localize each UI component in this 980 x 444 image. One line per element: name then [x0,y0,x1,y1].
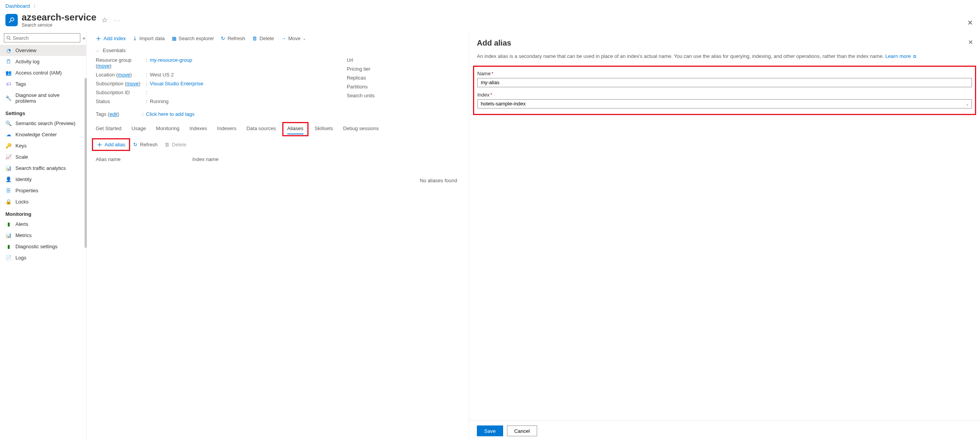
status-value: Running [150,98,168,104]
button-label: Delete [259,36,274,41]
tags-label: Tags [96,111,106,117]
tab-indexers[interactable]: Indexers [217,123,236,135]
cancel-button[interactable]: Cancel [507,425,537,436]
breadcrumb-dashboard[interactable]: Dashboard [5,3,30,9]
subscription-link[interactable]: Visual Studio Enterprise [150,81,203,86]
resource-group-link[interactable]: my-resource-group [150,57,192,69]
kv-label: Status [96,98,146,104]
overview-icon: ◔ [5,47,12,53]
close-blade-button[interactable]: ✕ [967,19,973,27]
nav-label: Tags [15,81,26,87]
favorite-star-icon[interactable]: ☆ [102,16,108,24]
properties-icon: ☰ [5,188,12,193]
more-icon[interactable]: ··· [114,17,120,23]
form-highlight: Name* Index* hotels-sample-index ⌄ [473,66,976,115]
chevron-down-icon: ⌄ [303,36,306,41]
move-button[interactable]: →Move⌄ [281,36,306,41]
nav-locks[interactable]: 🔒Locks [0,196,86,207]
tabs: Get Started Usage Monitoring Indexes Ind… [90,120,469,135]
kv-label: Url [347,57,397,63]
nav-overview[interactable]: ◔Overview [0,45,86,56]
nav-diagnose[interactable]: 🔧Diagnose and solve problems [0,90,86,107]
metrics-icon: 📊 [5,232,12,238]
tab-debug-sessions[interactable]: Debug sessions [343,123,379,135]
panel-description: An index alias is a secondary name that … [477,53,972,60]
nav-traffic-analytics[interactable]: 📊Search traffic analytics [0,163,86,174]
activity-log-icon: 🗒 [5,59,12,64]
button-label: Delete [172,142,187,147]
svg-line-1 [9,21,11,23]
move-location-link[interactable]: move [118,72,130,78]
tab-usage[interactable]: Usage [131,123,146,135]
collapse-sidebar-icon[interactable]: « [82,35,86,41]
essentials-toggle[interactable]: ︿ Essentials [90,45,469,56]
identity-icon: 👤 [5,176,12,182]
add-alias-panel: ✕ Add alias An index alias is a secondar… [469,32,980,441]
nav-identity[interactable]: 👤Identity [0,174,86,185]
save-button[interactable]: Save [477,425,503,436]
content-toolbar: Add index ⤓Import data ▦Search explorer … [90,32,469,45]
add-alias-button[interactable]: Add alias [97,142,125,147]
add-alias-highlight: Add alias [92,138,130,151]
nav-scale[interactable]: 📈Scale [0,151,86,163]
search-explorer-button[interactable]: ▦Search explorer [172,36,214,41]
aliases-delete-button: 🗑Delete [164,142,187,147]
sidebar: « ◔Overview 🗒Activity log 👥Access contro… [0,32,86,441]
tab-skillsets[interactable]: Skillsets [315,123,333,135]
kv-label: Pricing tier [347,66,397,72]
essentials-label: Essentials [103,47,125,53]
refresh-icon: ↻ [221,36,225,41]
button-label: Refresh [227,36,245,41]
refresh-button[interactable]: ↻Refresh [221,36,245,41]
delete-button[interactable]: 🗑Delete [252,36,274,41]
tab-indexes[interactable]: Indexes [190,123,207,135]
import-data-button[interactable]: ⤓Import data [133,36,165,41]
search-service-icon [5,14,18,26]
nav-label: Diagnostic settings [15,244,58,249]
kv-label: Subscription ID [96,90,146,95]
tab-aliases[interactable]: Aliases [287,123,303,135]
tab-data-sources[interactable]: Data sources [246,123,276,135]
nav-alerts[interactable]: ▮Alerts [0,219,86,230]
nav-keys[interactable]: 🔑Keys [0,140,86,151]
aliases-empty-message: No aliases found [90,166,469,183]
nav-tags[interactable]: 🏷Tags [0,78,86,90]
tab-get-started[interactable]: Get Started [96,123,121,135]
page-header: azsearch-service Search service ☆ ··· ✕ [0,11,980,32]
nav-knowledge-center[interactable]: ☁Knowledge Center [0,129,86,140]
nav-access-control[interactable]: 👥Access control (IAM) [0,67,86,78]
nav-logs[interactable]: 📄Logs [0,252,86,263]
tags-icon: 🏷 [5,81,12,87]
button-label: Add alias [105,142,125,147]
kv-label: Subscription [96,81,124,86]
button-label: Move [288,36,300,41]
button-label: Add index [103,36,126,41]
nav-properties[interactable]: ☰Properties [0,185,86,196]
add-tags-link[interactable]: Click here to add tags [146,111,195,117]
move-subscription-link[interactable]: move [127,81,139,86]
nav-metrics[interactable]: 📊Metrics [0,230,86,241]
external-link-icon: ⧉ [913,54,916,59]
nav-label: Scale [15,154,28,160]
nav-semantic-search[interactable]: 🔍Semantic search (Preview) [0,118,86,129]
alias-index-select[interactable]: hotels-sample-index [477,99,972,108]
nav-label: Access control (IAM) [15,70,62,76]
learn-more-link[interactable]: Learn more ⧉ [885,53,916,59]
aliases-refresh-button[interactable]: ↻Refresh [133,142,158,147]
alias-name-input[interactable] [477,78,972,87]
add-index-button[interactable]: Add index [96,36,126,41]
panel-close-button[interactable]: ✕ [968,39,973,46]
import-icon: ⤓ [133,36,137,41]
move-resource-group-link[interactable]: move [97,63,110,69]
explorer-icon: ▦ [172,36,176,41]
edit-tags-link[interactable]: edit [109,111,117,117]
tab-monitoring[interactable]: Monitoring [156,123,180,135]
panel-title: Add alias [477,39,972,47]
nav-section-monitoring: Monitoring [0,207,86,219]
button-label: Search explorer [179,36,214,41]
nav-label: Overview [15,47,36,53]
sidebar-search-input[interactable] [4,33,80,42]
analytics-icon: 📊 [5,165,12,171]
nav-diagnostic-settings[interactable]: ▮Diagnostic settings [0,241,86,252]
nav-activity-log[interactable]: 🗒Activity log [0,56,86,67]
